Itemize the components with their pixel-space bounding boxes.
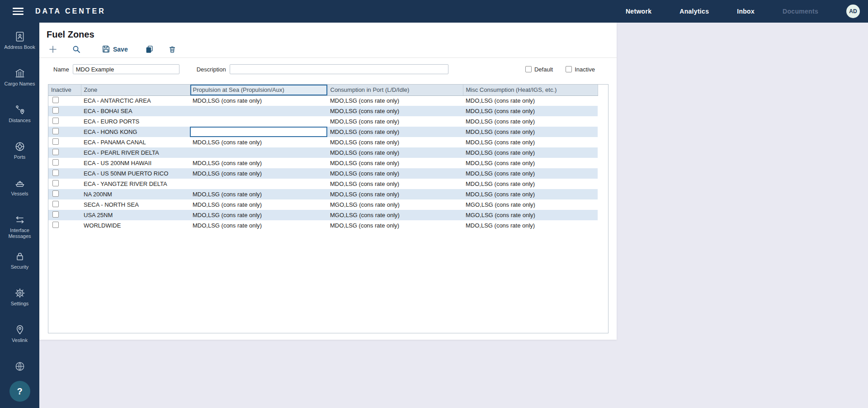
row-inactive-checkbox[interactable]: [52, 159, 59, 166]
table-row[interactable]: ECA - PANAMA CANAL MDO,LSG (cons rate on…: [48, 137, 598, 147]
misc-cell[interactable]: MDO,LSG (cons rate only): [463, 168, 598, 179]
name-input[interactable]: [73, 64, 179, 74]
nav-inbox[interactable]: Inbox: [737, 8, 755, 15]
misc-cell[interactable]: MDO,LSG (cons rate only): [463, 179, 598, 189]
misc-cell[interactable]: MDO,LSG (cons rate only): [463, 189, 598, 199]
sea-cell[interactable]: [190, 116, 327, 127]
misc-cell[interactable]: MDO,LSG (cons rate only): [463, 95, 598, 106]
sidebar-item-security[interactable]: Security: [0, 246, 39, 283]
col-header-consumption-in-port[interactable]: Consumption in Port (L/D/Idle): [327, 85, 463, 95]
sea-cell-selected[interactable]: [190, 127, 327, 137]
table-row[interactable]: ECA - ANTARCTIC AREA MDO,LSG (cons rate …: [48, 95, 598, 106]
delete-button[interactable]: [166, 44, 178, 54]
avatar[interactable]: AD: [846, 5, 860, 18]
sidebar-item-ports[interactable]: Ports: [0, 136, 39, 173]
sea-cell[interactable]: MDO,LSG (cons rate only): [190, 137, 327, 147]
sidebar-item-interface-messages[interactable]: Interface Messages: [0, 209, 39, 246]
row-inactive-checkbox[interactable]: [52, 97, 59, 103]
misc-cell[interactable]: MDO,LSG (cons rate only): [463, 147, 598, 158]
sea-cell[interactable]: MDO,LSG (cons rate only): [190, 168, 327, 179]
zone-cell[interactable]: USA 25NM: [81, 210, 190, 220]
misc-cell[interactable]: MGO,LSG (cons rate only): [463, 210, 598, 220]
row-inactive-checkbox[interactable]: [52, 118, 59, 124]
table-row[interactable]: NA 200NM MDO,LSG (cons rate only) MDO,LS…: [48, 189, 598, 199]
add-button[interactable]: [47, 44, 59, 55]
copy-button[interactable]: [143, 44, 156, 54]
port-cell[interactable]: MDO,LSG (cons rate only): [327, 106, 463, 116]
row-inactive-checkbox[interactable]: [52, 128, 59, 134]
inactive-checkbox[interactable]: [566, 66, 572, 72]
row-inactive-checkbox[interactable]: [52, 201, 59, 207]
misc-cell[interactable]: MDO,LSG (cons rate only): [463, 106, 598, 116]
table-row[interactable]: WORLDWIDE MDO,LSG (cons rate only) MDO,L…: [48, 220, 598, 231]
port-cell[interactable]: MDO,LSG (cons rate only): [327, 220, 463, 231]
row-inactive-checkbox[interactable]: [52, 222, 59, 228]
port-cell[interactable]: MDO,LSG (cons rate only): [327, 158, 463, 168]
port-cell[interactable]: MDO,LSG (cons rate only): [327, 179, 463, 189]
sea-cell[interactable]: [190, 106, 327, 116]
zone-cell[interactable]: SECA - NORTH SEA: [81, 199, 190, 210]
sea-cell[interactable]: MDO,LSG (cons rate only): [190, 158, 327, 168]
row-inactive-checkbox[interactable]: [52, 138, 59, 145]
row-inactive-checkbox[interactable]: [52, 149, 59, 155]
table-row[interactable]: ECA - HONG KONG MDO,LSG (cons rate only)…: [48, 127, 598, 137]
sea-cell[interactable]: MDO,LSG (cons rate only): [190, 220, 327, 231]
col-header-zone[interactable]: Zone: [81, 85, 190, 95]
table-row[interactable]: ECA - BOHAI SEA MDO,LSG (cons rate only)…: [48, 106, 598, 116]
sea-cell[interactable]: MDO,LSG (cons rate only): [190, 189, 327, 199]
port-cell[interactable]: MDO,LSG (cons rate only): [327, 168, 463, 179]
sidebar-item-address-book[interactable]: Address Book: [0, 26, 39, 63]
port-cell[interactable]: MDO,LSG (cons rate only): [327, 95, 463, 106]
col-header-propulsion-at-sea[interactable]: Propulsion at Sea (Propulsion/Aux): [190, 85, 327, 95]
misc-cell[interactable]: MGO,LSG (cons rate only): [463, 199, 598, 210]
port-cell[interactable]: MDO,LSG (cons rate only): [327, 147, 463, 158]
table-row[interactable]: USA 25NM MDO,LSG (cons rate only) MGO,LS…: [48, 210, 598, 220]
table-row[interactable]: ECA - EURO PORTS MDO,LSG (cons rate only…: [48, 116, 598, 127]
table-row[interactable]: ECA - PEARL RIVER DELTA MDO,LSG (cons ra…: [48, 147, 598, 158]
zone-cell[interactable]: ECA - US 200NM HAWAII: [81, 158, 190, 168]
col-header-inactive[interactable]: Inactive: [48, 85, 81, 95]
nav-documents[interactable]: Documents: [783, 8, 818, 15]
default-checkbox[interactable]: [525, 66, 532, 72]
zone-cell[interactable]: ECA - US 50NM PUERTO RICO: [81, 168, 190, 179]
zone-cell[interactable]: ECA - YANGTZE RIVER DELTA: [81, 179, 190, 189]
sea-cell[interactable]: [190, 179, 327, 189]
table-row[interactable]: ECA - US 50NM PUERTO RICO MDO,LSG (cons …: [48, 168, 598, 179]
sea-cell[interactable]: [190, 147, 327, 158]
zone-cell[interactable]: ECA - PEARL RIVER DELTA: [81, 147, 190, 158]
sidebar-item-distances[interactable]: Distances: [0, 100, 39, 136]
description-input[interactable]: [230, 64, 448, 74]
table-row[interactable]: ECA - YANGTZE RIVER DELTA MDO,LSG (cons …: [48, 179, 598, 189]
sidebar-item-settings[interactable]: Settings: [0, 283, 39, 319]
row-inactive-checkbox[interactable]: [52, 180, 59, 186]
misc-cell[interactable]: MDO,LSG (cons rate only): [463, 127, 598, 137]
sea-cell[interactable]: MDO,LSG (cons rate only): [190, 210, 327, 220]
save-button[interactable]: Save: [100, 44, 130, 54]
port-cell[interactable]: MGO,LSG (cons rate only): [327, 210, 463, 220]
nav-network[interactable]: Network: [626, 8, 651, 15]
row-inactive-checkbox[interactable]: [52, 211, 59, 218]
table-row[interactable]: ECA - US 200NM HAWAII MDO,LSG (cons rate…: [48, 158, 598, 168]
misc-cell[interactable]: MDO,LSG (cons rate only): [463, 137, 598, 147]
search-button[interactable]: [70, 44, 83, 55]
row-inactive-checkbox[interactable]: [52, 107, 59, 114]
help-button[interactable]: ?: [9, 381, 30, 402]
sidebar-item-veslink[interactable]: Veslink: [0, 319, 39, 356]
sidebar-item-more[interactable]: [0, 356, 39, 374]
zone-cell[interactable]: ECA - BOHAI SEA: [81, 106, 190, 116]
zone-cell[interactable]: ECA - ANTARCTIC AREA: [81, 95, 190, 106]
port-cell[interactable]: MDO,LSG (cons rate only): [327, 137, 463, 147]
port-cell[interactable]: MDO,LSG (cons rate only): [327, 127, 463, 137]
zone-cell[interactable]: ECA - EURO PORTS: [81, 116, 190, 127]
row-inactive-checkbox[interactable]: [52, 190, 59, 197]
sea-cell[interactable]: MDO,LSG (cons rate only): [190, 199, 327, 210]
nav-analytics[interactable]: Analytics: [679, 8, 709, 15]
col-header-misc-consumption[interactable]: Misc Consumption (Heat/IGS, etc.): [463, 85, 598, 95]
sidebar-item-vessels[interactable]: Vessels: [0, 173, 39, 209]
table-row[interactable]: SECA - NORTH SEA MDO,LSG (cons rate only…: [48, 199, 598, 210]
misc-cell[interactable]: MDO,LSG (cons rate only): [463, 116, 598, 127]
misc-cell[interactable]: MDO,LSG (cons rate only): [463, 158, 598, 168]
row-inactive-checkbox[interactable]: [52, 170, 59, 176]
zone-cell[interactable]: NA 200NM: [81, 189, 190, 199]
port-cell[interactable]: MDO,LSG (cons rate only): [327, 189, 463, 199]
